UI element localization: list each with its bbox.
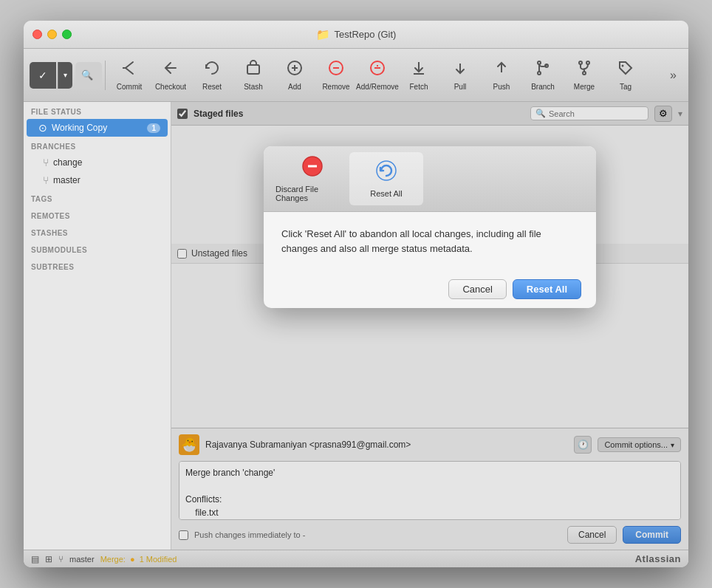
maximize-button[interactable] (62, 30, 72, 39)
minimize-button[interactable] (47, 30, 57, 39)
commit-check-group: ✓ ▾ (30, 53, 72, 98)
remove-icon (327, 59, 345, 80)
main-area: FILE STATUS ⊙ Working Copy 1 BRANCHES ⑂ … (24, 102, 688, 550)
toolbar-overflow-button[interactable]: » (664, 63, 682, 88)
checkout-icon (162, 59, 179, 80)
merge-icon (575, 59, 593, 80)
discard-icon (301, 155, 324, 182)
toolbar-checkout-label: Checkout (155, 83, 186, 91)
commit-check-button[interactable]: ✓ (30, 62, 56, 89)
statusbar: ▤ ⊞ ⑂ master Merge: ● 1 Modified Atlassi… (24, 550, 688, 567)
modal-reset-all-item[interactable]: Reset All (349, 152, 423, 205)
toolbar-push-label: Push (493, 83, 510, 91)
svg-rect-1 (247, 65, 259, 74)
sidebar: FILE STATUS ⊙ Working Copy 1 BRANCHES ⑂ … (24, 102, 171, 550)
toolbar-reset-label: Reset (202, 83, 222, 91)
stashes-header: STASHES (24, 223, 171, 240)
app-window: 📁 TestRepo (Git) ✓ ▾ 🔍 Commit (24, 21, 688, 567)
search-icon: 🔍 (81, 69, 93, 81)
branch-status-icon: ⑂ (58, 554, 64, 564)
file-status-header: FILE STATUS (24, 102, 171, 119)
commit-icon (120, 59, 138, 80)
modal-discard-label: Discard File Changes (275, 185, 349, 202)
toolbar-stash-button[interactable]: Stash (233, 53, 274, 98)
statusbar-merge-label: Merge: ● 1 Modified (100, 555, 177, 564)
toolbar-tag-button[interactable]: Tag (605, 53, 646, 98)
toolbar-push-button[interactable]: Push (481, 53, 522, 98)
pull-icon (451, 59, 469, 80)
toolbar-divider-1 (105, 61, 106, 90)
svg-point-17 (622, 65, 624, 67)
modal-reset-button[interactable]: Reset All (513, 279, 581, 299)
modal-reset-all-label: Reset All (370, 189, 402, 198)
toolbar-checkout-button[interactable]: Checkout (150, 53, 191, 98)
toolbar-merge-label: Merge (574, 83, 595, 91)
toolbar-fetch-label: Fetch (409, 83, 428, 91)
toolbar-commit-button[interactable]: Commit (109, 53, 150, 98)
toolbar-pull-label: Pull (454, 83, 467, 91)
toolbar-addremove-label: Add/Remove (356, 83, 399, 91)
sidebar-item-branch-change[interactable]: ⑂ change (27, 154, 168, 171)
push-icon (493, 59, 510, 80)
working-copy-label: Working Copy (52, 123, 143, 133)
merge-dot-icon: ● (130, 555, 135, 564)
working-copy-badge: 1 (147, 123, 160, 133)
close-button[interactable] (32, 30, 42, 39)
branch-master-icon: ⑂ (43, 174, 49, 186)
modal-toolbar: Discard File Changes Reset All (264, 146, 596, 212)
fetch-icon (410, 59, 428, 80)
toolbar-search-button[interactable]: 🔍 (75, 62, 102, 89)
toolbar-remove-button[interactable]: Remove (315, 53, 357, 98)
toolbar-add-label: Add (288, 83, 301, 91)
toolbar-add-button[interactable]: Add (274, 53, 315, 98)
statusbar-branch: master (69, 555, 95, 564)
branch-master-label: master (53, 175, 160, 185)
content-area: Staged files 🔍 ⚙ ▾ Unstaged files (171, 102, 688, 550)
branch-change-label: change (53, 157, 160, 168)
modal-overlay: Discard File Changes Reset All (171, 102, 688, 550)
modal-cancel-button[interactable]: Cancel (448, 279, 506, 299)
toolbar-merge-button[interactable]: Merge (564, 53, 605, 98)
modified-label-text: 1 Modified (140, 555, 177, 564)
toolbar: ✓ ▾ 🔍 Commit (24, 49, 688, 102)
stash-icon (244, 59, 262, 80)
toolbar-branch-label: Branch (531, 83, 555, 91)
toolbar-branch-button[interactable]: Branch (522, 53, 564, 98)
addremove-icon (369, 59, 386, 80)
toolbar-reset-button[interactable]: Reset (191, 53, 233, 98)
modal-body: Click 'Reset All' to abandon all local c… (264, 212, 596, 270)
layout-icon[interactable]: ⊞ (45, 554, 52, 564)
window-title: 📁 TestRepo (Git) (316, 28, 397, 41)
modal-body-text: Click 'Reset All' to abandon all local c… (281, 228, 541, 254)
folder-icon: 📁 (316, 28, 330, 41)
merge-label-text: Merge: (100, 555, 126, 564)
modal-discard-item[interactable]: Discard File Changes (275, 152, 349, 205)
toolbar-commit-label: Commit (117, 83, 142, 91)
toolbar-pull-button[interactable]: Pull (439, 53, 481, 98)
toolbar-tag-label: Tag (620, 83, 631, 91)
sidebar-item-branch-master[interactable]: ⑂ master (27, 171, 168, 189)
toolbar-stash-label: Stash (244, 83, 263, 91)
brand-label: Atlassian (635, 553, 681, 564)
subtrees-header: SUBTREES (24, 257, 171, 274)
reset-icon (203, 59, 221, 80)
tag-icon (617, 59, 634, 80)
tags-header: TAGS (24, 189, 171, 206)
add-icon (286, 59, 304, 80)
reset-all-modal: Discard File Changes Reset All (264, 146, 596, 308)
submodules-header: SUBMODULES (24, 240, 171, 257)
reset-all-icon (375, 160, 397, 186)
toolbar-addremove-button[interactable]: Add/Remove (357, 53, 398, 98)
branch-icon (534, 59, 552, 80)
toolbar-remove-label: Remove (322, 83, 349, 91)
sidebar-toggle-icon[interactable]: ▤ (31, 554, 39, 564)
toolbar-fetch-button[interactable]: Fetch (398, 53, 439, 98)
traffic-lights (32, 30, 72, 39)
sidebar-item-working-copy[interactable]: ⊙ Working Copy 1 (27, 119, 168, 137)
working-copy-icon: ⊙ (38, 122, 47, 134)
commit-check-arrow[interactable]: ▾ (58, 62, 72, 89)
branch-change-icon: ⑂ (43, 157, 49, 168)
titlebar: 📁 TestRepo (Git) (24, 21, 688, 49)
modal-actions: Cancel Reset All (264, 270, 596, 308)
branches-header: BRANCHES (24, 137, 171, 154)
